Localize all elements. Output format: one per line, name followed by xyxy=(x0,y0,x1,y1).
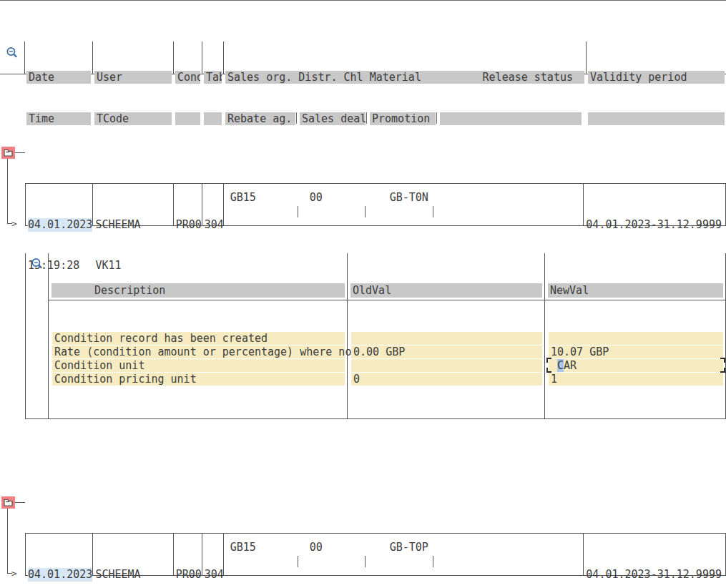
column-label: Promotion xyxy=(370,112,436,125)
newval-header: NewVal xyxy=(548,283,723,298)
column-label-empty: . xyxy=(440,112,582,125)
oldval-column: OldVal 0.00 GBP 0 xyxy=(348,253,545,418)
change-description-cell[interactable]: Condition pricing unit xyxy=(52,373,345,386)
change-oldval-cell[interactable]: 0 xyxy=(351,373,542,386)
sales-org-value: GB15 xyxy=(230,191,256,205)
change-documents-list: Date Time User TCode Cond . Tab . Sales … xyxy=(0,0,726,588)
column-label: Rebate ag. xyxy=(225,112,295,125)
table-number-value: 304 xyxy=(205,218,223,232)
material-value: GB-T0P xyxy=(390,541,428,554)
table-number-cell[interactable]: 304 xyxy=(202,534,224,575)
column-label-empty: . xyxy=(588,112,725,125)
change-description-cell[interactable]: Condition unit xyxy=(52,359,345,372)
org-material-cell[interactable]: GB15 00 GB-T0P xyxy=(224,534,584,575)
table-number-cell[interactable]: 304 xyxy=(202,184,224,225)
column-header-date-time: Date Time xyxy=(25,41,93,74)
column-header-user-tcode: User TCode xyxy=(93,41,174,74)
description-column: Description Condition record has been cr… xyxy=(49,253,348,418)
org-material-cell[interactable]: GB15 00 GB-T0N xyxy=(224,184,584,225)
validity-period-value: 04.01.2023-31.12.9999 xyxy=(586,568,722,582)
focus-corner xyxy=(546,368,551,373)
user-tcode-cell[interactable]: SCHEEMA VK11 xyxy=(93,534,173,575)
condition-type-cell[interactable]: PR00 xyxy=(174,534,202,575)
user-value: SCHEEMA xyxy=(95,568,172,582)
tree-arrow-icon: > xyxy=(11,217,17,230)
change-oldval-cell[interactable] xyxy=(351,332,542,345)
condition-type-value: PR00 xyxy=(176,218,202,232)
change-description-cell[interactable]: Condition record has been created xyxy=(52,332,345,345)
column-label: Sales org. Distr. Chl MaterialRelease st… xyxy=(225,71,584,84)
date-value[interactable]: 04.01.2023 xyxy=(28,568,92,582)
change-newval-cell[interactable] xyxy=(549,332,723,345)
column-label: Cond xyxy=(175,71,200,84)
column-header-cond: Cond . xyxy=(174,41,202,74)
sales-org-value: GB15 xyxy=(230,541,256,554)
newval-column: NewVal 10.07 GBP CAR1 xyxy=(545,253,725,418)
details-gutter xyxy=(26,253,49,418)
record-row[interactable]: 04.01.2023 15:19:28 SCHEEMA VK11 PR00 30… xyxy=(25,183,726,226)
date-value[interactable]: 04.01.2023 xyxy=(28,218,92,232)
focus-corner xyxy=(720,358,725,363)
zoom-magnifier-icon[interactable] xyxy=(6,46,19,59)
column-label: Time xyxy=(26,112,91,125)
change-oldval-cell[interactable] xyxy=(351,359,542,372)
tree-connector: > xyxy=(0,492,25,588)
condition-type-value: PR00 xyxy=(176,568,202,582)
column-header-validity: Validity period . xyxy=(587,41,726,74)
column-label: TCode xyxy=(94,112,172,125)
change-oldval-cell[interactable]: 0.00 GBP xyxy=(351,346,542,358)
record-row[interactable]: 04.01.2023 15:19:28 SCHEEMA VK11 PR00 30… xyxy=(25,533,726,576)
description-header: Description xyxy=(51,283,345,298)
user-value: SCHEEMA xyxy=(95,218,172,232)
validity-period-value: 04.01.2023-31.12.9999 xyxy=(586,218,722,232)
zoom-magnifier-icon[interactable] xyxy=(31,258,44,270)
change-description-cell[interactable]: Rate (condition amount or percentage) wh… xyxy=(52,346,345,358)
material-value: GB-T0N xyxy=(390,191,428,205)
validity-period-cell[interactable]: 04.01.2023-31.12.9999 xyxy=(584,184,725,225)
folder-icon[interactable] xyxy=(1,147,15,159)
column-header-org-material: Sales org. Distr. Chl MaterialRelease st… xyxy=(224,41,587,74)
column-label-empty: . xyxy=(175,112,200,125)
oldval-header: OldVal xyxy=(350,283,542,298)
cell-cursor: C xyxy=(557,359,564,372)
table-number-value: 304 xyxy=(205,568,223,582)
newval-text: AR xyxy=(564,359,577,372)
folder-icon[interactable] xyxy=(1,496,15,509)
change-details-table: Description Condition record has been cr… xyxy=(25,253,726,419)
tree-arrow-icon: > xyxy=(11,567,17,580)
condition-type-cell[interactable]: PR00 xyxy=(174,184,202,225)
column-label: User xyxy=(94,71,172,84)
column-label: Date xyxy=(26,71,91,84)
change-newval-cell[interactable]: 1 xyxy=(549,373,723,386)
column-header-tab: Tab . xyxy=(202,41,224,74)
distr-chl-value: 00 xyxy=(310,541,323,554)
change-newval-cell[interactable]: CAR xyxy=(549,359,723,372)
column-label: Validity period xyxy=(588,71,725,84)
change-record-block: > 04.01.2023 15:19:28 SCHEEMA VK11 PR00 … xyxy=(0,142,726,446)
change-newval-cell[interactable]: 10.07 GBP xyxy=(549,346,723,358)
column-label-empty: . xyxy=(204,112,222,125)
distr-chl-value: 00 xyxy=(310,191,323,205)
column-label: Sales deal xyxy=(300,112,366,125)
user-tcode-cell[interactable]: SCHEEMA VK11 xyxy=(93,184,173,225)
column-label: Tab xyxy=(204,71,222,84)
header-gutter xyxy=(0,41,25,74)
focus-corner xyxy=(720,368,725,373)
list-header: Date Time User TCode Cond . Tab . Sales … xyxy=(0,41,726,74)
tree-connector: > xyxy=(0,142,25,446)
validity-period-cell[interactable]: 04.01.2023-31.12.9999 xyxy=(584,534,725,575)
focus-corner xyxy=(546,358,551,363)
change-record-block: > 04.01.2023 15:19:28 SCHEEMA VK11 PR00 … xyxy=(0,492,726,588)
